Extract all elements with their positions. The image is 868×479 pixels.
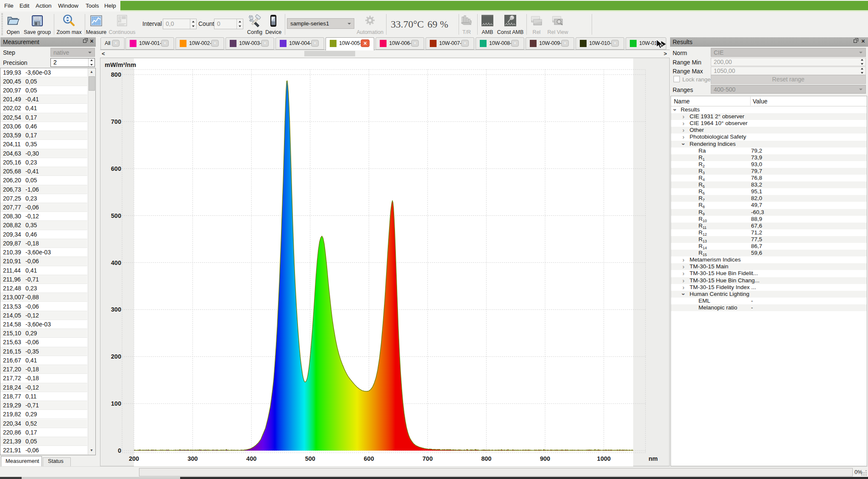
svg-text:500: 500: [305, 455, 315, 462]
svg-text:1000: 1000: [597, 455, 611, 462]
svg-text:700: 700: [111, 118, 121, 125]
svg-text:600: 600: [364, 455, 374, 462]
svg-text:600: 600: [111, 165, 121, 172]
svg-text:nm: nm: [648, 455, 658, 462]
svg-text:800: 800: [111, 71, 121, 78]
svg-text:500: 500: [111, 212, 121, 219]
svg-text:200: 200: [111, 353, 121, 360]
svg-text:200: 200: [129, 455, 139, 462]
svg-text:300: 300: [187, 455, 198, 462]
svg-text:900: 900: [540, 455, 550, 462]
svg-text:800: 800: [481, 455, 491, 462]
svg-text:mW/m²/nm: mW/m²/nm: [105, 61, 136, 68]
svg-text:400: 400: [111, 259, 121, 266]
svg-text:100: 100: [111, 400, 121, 407]
svg-text:700: 700: [423, 455, 433, 462]
svg-text:0: 0: [118, 447, 121, 454]
svg-text:400: 400: [246, 455, 256, 462]
svg-text:300: 300: [111, 306, 121, 313]
